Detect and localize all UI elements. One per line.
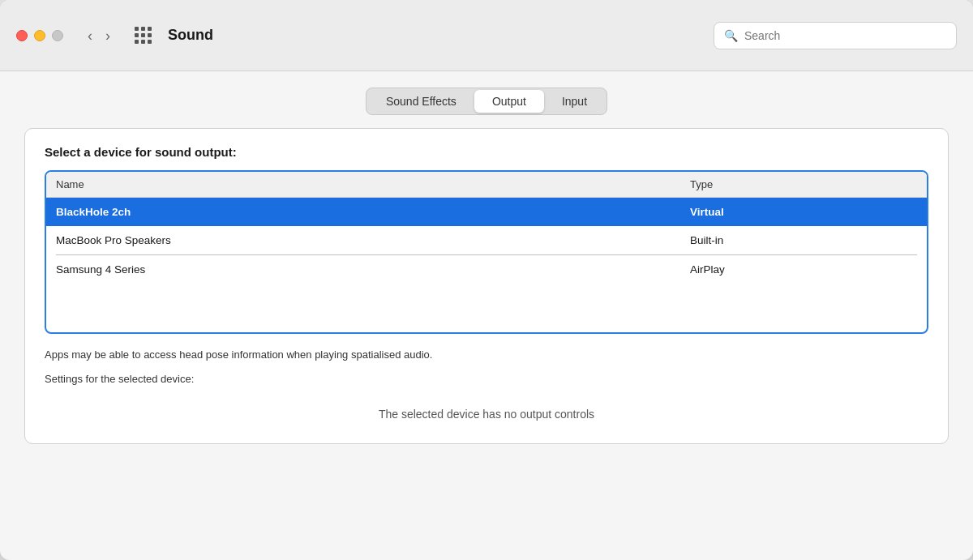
device-type: Built-in	[690, 234, 917, 246]
settings-label: Settings for the selected device:	[45, 373, 928, 385]
minimize-button[interactable]	[34, 30, 45, 41]
tabs-container: Sound Effects Output Input	[24, 71, 949, 128]
titlebar: ‹ › Sound 🔍	[0, 0, 973, 71]
nav-arrows: ‹ ›	[83, 25, 115, 46]
no-controls-label: The selected device has no output contro…	[45, 401, 928, 427]
col-type-header: Type	[690, 178, 917, 190]
output-panel: Select a device for sound output: Name T…	[24, 128, 949, 444]
table-row[interactable]: BlackHole 2ch Virtual	[46, 198, 927, 226]
col-name-header: Name	[56, 178, 690, 190]
tab-sound-effects[interactable]: Sound Effects	[368, 90, 474, 113]
table-row[interactable]: Samsung 4 Series AirPlay	[46, 255, 927, 284]
system-preferences-window: ‹ › Sound 🔍 Sound Effects Output	[0, 0, 973, 560]
tab-output[interactable]: Output	[474, 90, 544, 113]
footer-note: Apps may be able to access head pose inf…	[45, 347, 928, 363]
section-title: Select a device for sound output:	[45, 145, 928, 159]
tab-input[interactable]: Input	[544, 90, 605, 113]
table-row[interactable]: MacBook Pro Speakers Built-in	[46, 226, 927, 254]
device-table: Name Type BlackHole 2ch Virtual MacBook …	[45, 170, 928, 334]
traffic-lights	[16, 30, 63, 41]
table-header: Name Type	[46, 172, 927, 198]
maximize-button[interactable]	[52, 30, 63, 41]
device-type: Virtual	[690, 206, 917, 218]
device-name: MacBook Pro Speakers	[56, 234, 690, 246]
search-box[interactable]: 🔍	[714, 22, 957, 49]
search-icon: 🔍	[724, 29, 738, 42]
device-name: BlackHole 2ch	[56, 206, 690, 218]
window-title: Sound	[168, 27, 213, 44]
table-body: BlackHole 2ch Virtual MacBook Pro Speake…	[46, 198, 927, 332]
grid-icon[interactable]	[135, 27, 152, 44]
search-input[interactable]	[744, 29, 946, 42]
device-type: AirPlay	[690, 263, 917, 276]
tabs-group: Sound Effects Output Input	[366, 88, 607, 115]
close-button[interactable]	[16, 30, 28, 41]
content-area: Sound Effects Output Input Select a devi…	[0, 71, 973, 560]
device-name: Samsung 4 Series	[56, 263, 690, 276]
forward-button[interactable]: ›	[101, 25, 115, 46]
back-button[interactable]: ‹	[83, 25, 97, 46]
table-empty-space	[46, 284, 927, 332]
